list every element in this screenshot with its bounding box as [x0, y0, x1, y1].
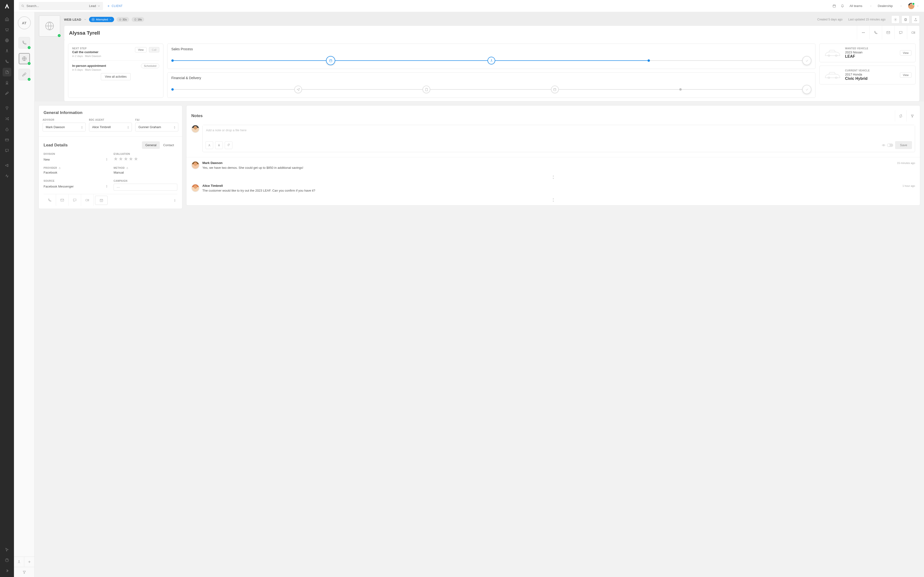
svg-point-11 — [93, 19, 93, 19]
fd-step-schedule[interactable] — [551, 85, 559, 93]
nav-activity[interactable] — [3, 172, 11, 180]
activity-view-button[interactable]: View — [135, 47, 147, 52]
general-info-title: General Information — [44, 110, 82, 115]
svg-rect-30 — [219, 144, 219, 145]
nav-cart[interactable] — [3, 26, 11, 34]
svg-rect-20 — [912, 32, 914, 33]
tab-general[interactable]: General — [142, 141, 160, 149]
comm-video[interactable] — [81, 194, 94, 206]
search-type-select[interactable]: Lead — [89, 4, 100, 8]
fi-select[interactable]: Gunner Graham▴▾ — [135, 122, 178, 132]
team-select[interactable]: All teams — [850, 4, 872, 8]
channel-service[interactable] — [19, 69, 30, 80]
bdc-select[interactable]: Alice Timbrell▴▾ — [89, 122, 132, 132]
nav-home[interactable] — [3, 15, 11, 24]
notifications-button[interactable] — [838, 2, 846, 10]
svg-rect-14 — [134, 19, 136, 20]
nav-leads[interactable] — [3, 68, 11, 76]
nav-trophy[interactable] — [3, 104, 11, 113]
search-input[interactable] — [24, 4, 89, 8]
tab-contact[interactable]: Contact — [160, 141, 177, 149]
pipeline-step-visit[interactable] — [488, 57, 495, 64]
nav-chat[interactable] — [3, 146, 11, 155]
status-pill[interactable]: Attempted — [89, 17, 114, 22]
lead-avatar-small: AT — [18, 16, 31, 29]
dealership-select[interactable]: Dealership — [878, 4, 902, 8]
nav-globe[interactable] — [3, 36, 11, 45]
svg-rect-26 — [61, 199, 64, 201]
fd-step-complete[interactable] — [802, 85, 811, 94]
svg-point-2 — [6, 81, 8, 83]
search-input-wrap[interactable]: Lead — [19, 2, 103, 10]
more-actions[interactable] — [857, 26, 869, 39]
svg-rect-25 — [127, 168, 128, 169]
print-button[interactable] — [901, 15, 909, 24]
nav-shuffle[interactable] — [3, 114, 11, 123]
voice-button[interactable] — [215, 141, 223, 149]
comm-email[interactable] — [56, 194, 69, 206]
settings-button[interactable] — [891, 15, 900, 24]
current-vehicle-view[interactable]: View — [900, 73, 911, 77]
user-avatar[interactable] — [908, 2, 915, 10]
division-value[interactable]: New — [44, 158, 50, 161]
call-action[interactable] — [869, 26, 882, 39]
advisor-label: ADVISOR — [43, 119, 86, 121]
campaign-select[interactable]: --- — [113, 184, 177, 191]
wanted-vehicle-label: WANTED VEHICLE — [845, 47, 897, 50]
video-action[interactable] — [907, 26, 919, 39]
notes-filter[interactable] — [906, 110, 918, 121]
svg-rect-7 — [833, 5, 836, 7]
provider-label: PROVIDER — [44, 167, 107, 169]
comm-schedule[interactable] — [95, 196, 108, 205]
note-input[interactable] — [203, 125, 915, 139]
sms-action[interactable] — [894, 26, 907, 39]
channel-web[interactable] — [19, 53, 30, 64]
nav-award[interactable] — [3, 78, 11, 87]
comm-phone[interactable] — [44, 194, 56, 206]
lead-type: WEB LEAD — [64, 18, 81, 21]
search-icon — [21, 4, 24, 8]
bdc-label: BDC AGENT — [89, 119, 132, 121]
save-note-button[interactable]: Save — [895, 141, 912, 149]
activity-call-button[interactable]: Call — [149, 47, 159, 52]
nav-card[interactable] — [3, 135, 11, 144]
lead-type-chevron[interactable] — [84, 18, 87, 21]
pipeline-step-appointment[interactable] — [326, 56, 335, 65]
user-menu-chevron[interactable] — [916, 5, 919, 8]
visibility-toggle[interactable] — [887, 143, 893, 147]
fi-label: F&I — [135, 119, 178, 121]
lock-icon — [58, 167, 61, 169]
advisor-select[interactable]: Mark Dawson▴▾ — [43, 122, 86, 132]
svg-rect-23 — [554, 89, 556, 91]
channel-phone[interactable] — [19, 37, 30, 48]
updated-meta: Last updated 15 minutes ago — [848, 18, 885, 21]
fd-step-send[interactable] — [294, 85, 302, 93]
wanted-vehicle-view[interactable]: View — [900, 50, 911, 56]
evaluation-label: EVALUATION — [113, 153, 177, 155]
nav-announce[interactable] — [3, 161, 11, 170]
activity-1-sub: in 2 days · Mark Dawson — [72, 55, 132, 58]
add-client-button[interactable]: CLIENT — [107, 4, 123, 8]
campaign-label: CAMPAIGN — [113, 180, 177, 182]
notes-refresh[interactable] — [895, 110, 906, 121]
email-action[interactable] — [882, 26, 894, 39]
current-vehicle-image — [824, 70, 842, 80]
compose-avatar — [191, 125, 199, 133]
svg-rect-19 — [887, 31, 890, 34]
nav-walk[interactable] — [3, 47, 11, 55]
nav-timer[interactable] — [3, 125, 11, 134]
nav-service[interactable] — [3, 89, 11, 98]
sales-pipeline — [171, 56, 811, 65]
mention-button[interactable] — [205, 141, 213, 149]
share-button[interactable] — [911, 15, 920, 24]
nav-phone[interactable] — [3, 57, 11, 66]
pipeline-step-complete[interactable] — [802, 56, 811, 65]
comm-sms[interactable] — [69, 194, 81, 206]
evaluation-stars[interactable] — [113, 157, 177, 161]
view-all-activities[interactable]: View all activities — [101, 73, 131, 80]
calendar-button[interactable] — [830, 2, 838, 10]
fd-step-doc[interactable] — [423, 85, 430, 93]
svg-rect-21 — [330, 60, 332, 62]
source-value[interactable]: Facebook Messenger — [44, 185, 74, 188]
attach-button[interactable] — [225, 141, 233, 149]
